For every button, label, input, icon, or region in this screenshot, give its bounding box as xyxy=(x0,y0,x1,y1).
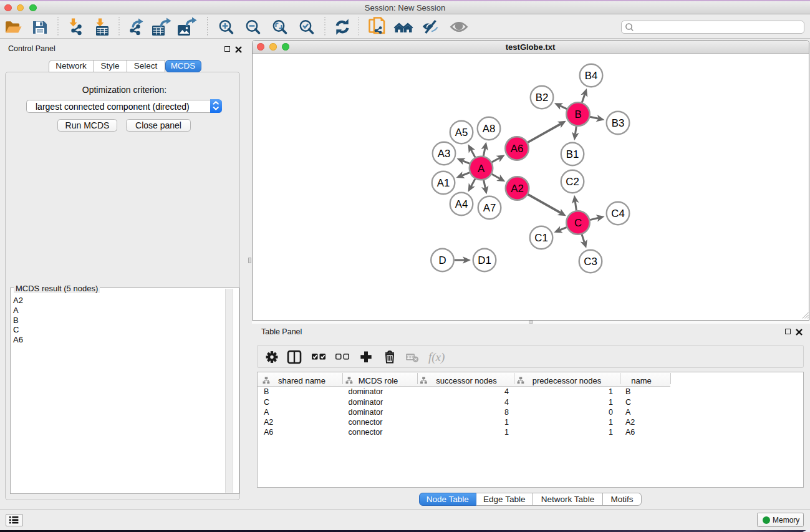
svg-text:B4: B4 xyxy=(585,70,598,82)
svg-text:A3: A3 xyxy=(438,148,451,160)
svg-text:D: D xyxy=(438,254,446,266)
svg-text:A2: A2 xyxy=(511,183,524,195)
svg-text:B1: B1 xyxy=(566,148,579,160)
svg-text:C1: C1 xyxy=(534,232,547,244)
svg-text:C: C xyxy=(574,217,582,229)
svg-text:C3: C3 xyxy=(584,256,597,268)
svg-text:A4: A4 xyxy=(455,198,468,210)
svg-text:A7: A7 xyxy=(483,202,496,214)
svg-text:A5: A5 xyxy=(455,127,468,138)
svg-text:A: A xyxy=(478,163,485,175)
svg-text:C4: C4 xyxy=(611,208,624,220)
svg-text:A6: A6 xyxy=(511,143,524,155)
svg-text:B2: B2 xyxy=(536,92,549,104)
svg-text:A8: A8 xyxy=(483,123,496,135)
svg-text:B: B xyxy=(574,109,581,120)
svg-text:C2: C2 xyxy=(566,176,579,188)
svg-text:A1: A1 xyxy=(437,177,450,189)
svg-text:D1: D1 xyxy=(478,254,491,266)
svg-text:B3: B3 xyxy=(612,117,625,129)
